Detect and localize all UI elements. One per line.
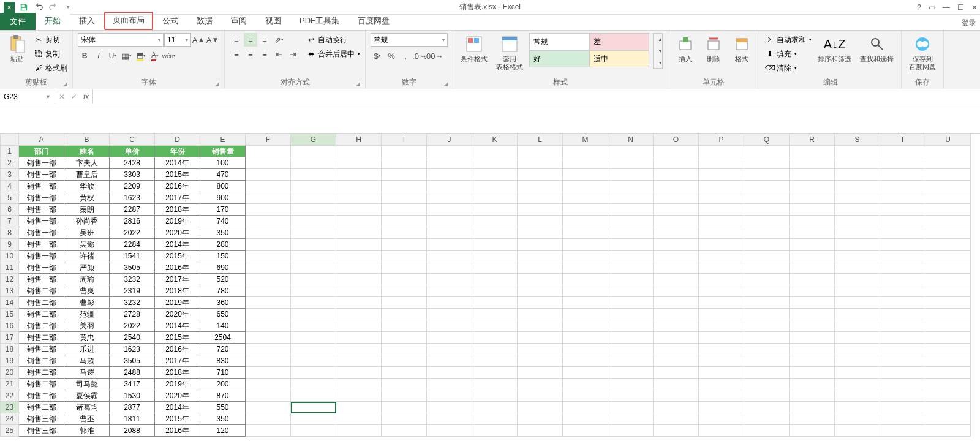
cell-O3[interactable]	[654, 169, 699, 181]
cell-L21[interactable]	[518, 379, 563, 390]
cell-E14[interactable]: 360	[200, 297, 246, 309]
conditional-format-button[interactable]: 条件格式	[458, 33, 490, 64]
cell-Q13[interactable]	[744, 285, 790, 297]
cell-U7[interactable]	[925, 216, 971, 227]
cell-T12[interactable]	[880, 274, 925, 285]
cell-I9[interactable]	[382, 239, 427, 251]
cell-A24[interactable]: 销售三部	[19, 413, 64, 425]
cell-I5[interactable]	[382, 192, 427, 204]
cell-A16[interactable]: 销售二部	[19, 320, 64, 332]
insert-function-icon[interactable]: fx	[83, 92, 89, 101]
cell-B15[interactable]: 范疆	[64, 309, 110, 320]
cell-O2[interactable]	[654, 157, 699, 169]
cell-U10[interactable]	[925, 251, 971, 262]
col-header-S[interactable]: S	[835, 134, 880, 146]
cell-G4[interactable]	[291, 181, 336, 192]
cell-H14[interactable]	[336, 297, 382, 309]
cell-O18[interactable]	[654, 344, 699, 355]
accounting-format-icon[interactable]: $▾	[371, 49, 384, 62]
cell-Q2[interactable]	[744, 157, 790, 169]
cell-E19[interactable]: 830	[200, 355, 246, 367]
cell-U17[interactable]	[925, 332, 971, 344]
cell-P25[interactable]	[699, 425, 744, 437]
col-header-B[interactable]: B	[64, 134, 110, 146]
cell-N11[interactable]	[608, 262, 654, 274]
cell-S17[interactable]	[835, 332, 880, 344]
cell-L15[interactable]	[518, 309, 563, 320]
cell-J12[interactable]	[427, 274, 472, 285]
cell-U14[interactable]	[925, 297, 971, 309]
row-header-17[interactable]: 17	[1, 332, 19, 344]
cell-T11[interactable]	[880, 262, 925, 274]
cell-J8[interactable]	[427, 227, 472, 239]
cell-M22[interactable]	[563, 390, 608, 402]
cell-C9[interactable]: 2284	[110, 239, 155, 251]
cell-M20[interactable]	[563, 367, 608, 379]
cell-H3[interactable]	[336, 169, 382, 181]
cell-O8[interactable]	[654, 227, 699, 239]
cell-J24[interactable]	[427, 413, 472, 425]
cell-Q22[interactable]	[744, 390, 790, 402]
col-header-Q[interactable]: Q	[744, 134, 790, 146]
cell-Q5[interactable]	[744, 192, 790, 204]
cell-J18[interactable]	[427, 344, 472, 355]
cell-S13[interactable]	[835, 285, 880, 297]
cell-G9[interactable]	[291, 239, 336, 251]
autosum-button[interactable]: Σ自动求和▾	[764, 33, 812, 47]
cell-R24[interactable]	[790, 413, 835, 425]
cell-C21[interactable]: 3417	[110, 379, 155, 390]
cell-B5[interactable]: 黄权	[64, 192, 110, 204]
paste-button[interactable]: 粘贴	[5, 33, 29, 64]
cell-C19[interactable]: 3505	[110, 355, 155, 367]
tab-开始[interactable]: 开始	[36, 12, 70, 30]
cell-I23[interactable]	[382, 402, 427, 413]
merge-center-button[interactable]: ⬌合并后居中▾	[306, 47, 360, 61]
cell-B12[interactable]: 周瑜	[64, 274, 110, 285]
cell-B7[interactable]: 孙尚香	[64, 216, 110, 227]
cell-G21[interactable]	[291, 379, 336, 390]
cell-P21[interactable]	[699, 379, 744, 390]
cell-D7[interactable]: 2019年	[155, 216, 200, 227]
cell-U1[interactable]	[925, 146, 971, 157]
cell-E15[interactable]: 650	[200, 309, 246, 320]
cell-G6[interactable]	[291, 204, 336, 216]
cell-G22[interactable]	[291, 390, 336, 402]
cell-J17[interactable]	[427, 332, 472, 344]
cell-G17[interactable]	[291, 332, 336, 344]
cell-K10[interactable]	[472, 251, 518, 262]
cell-D11[interactable]: 2016年	[155, 262, 200, 274]
cell-K21[interactable]	[472, 379, 518, 390]
cell-B23[interactable]: 诸葛均	[64, 402, 110, 413]
cell-P23[interactable]	[699, 402, 744, 413]
cell-J16[interactable]	[427, 320, 472, 332]
cell-P5[interactable]	[699, 192, 744, 204]
cell-O24[interactable]	[654, 413, 699, 425]
cell-K17[interactable]	[472, 332, 518, 344]
cell-S14[interactable]	[835, 297, 880, 309]
row-header-2[interactable]: 2	[1, 157, 19, 169]
cell-C2[interactable]: 2428	[110, 157, 155, 169]
cell-Q4[interactable]	[744, 181, 790, 192]
cell-I21[interactable]	[382, 379, 427, 390]
cell-B18[interactable]: 乐进	[64, 344, 110, 355]
cell-H22[interactable]	[336, 390, 382, 402]
cell-O10[interactable]	[654, 251, 699, 262]
cell-G2[interactable]	[291, 157, 336, 169]
cell-L23[interactable]	[518, 402, 563, 413]
cell-A17[interactable]: 销售二部	[19, 332, 64, 344]
cell-G12[interactable]	[291, 274, 336, 285]
cell-S8[interactable]	[835, 227, 880, 239]
cell-M8[interactable]	[563, 227, 608, 239]
cell-M4[interactable]	[563, 181, 608, 192]
cell-F1[interactable]	[246, 146, 291, 157]
maximize-icon[interactable]: ☐	[957, 3, 964, 12]
cell-O21[interactable]	[654, 379, 699, 390]
cell-U3[interactable]	[925, 169, 971, 181]
cell-Q6[interactable]	[744, 204, 790, 216]
align-bottom-icon[interactable]: ≡	[258, 33, 271, 47]
cell-J23[interactable]	[427, 402, 472, 413]
cell-R20[interactable]	[790, 367, 835, 379]
format-cells-button[interactable]: 格式	[729, 33, 754, 64]
cell-K5[interactable]	[472, 192, 518, 204]
cell-N6[interactable]	[608, 204, 654, 216]
